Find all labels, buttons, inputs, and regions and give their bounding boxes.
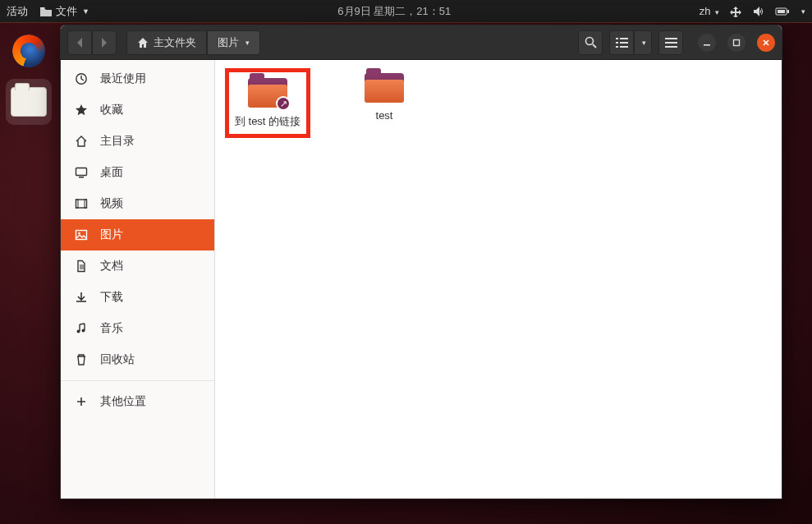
sidebar-item-documents[interactable]: 文档: [61, 251, 214, 282]
sidebar-item-recent[interactable]: 最近使用: [61, 63, 214, 94]
input-method-indicator[interactable]: zh ▾: [700, 5, 719, 17]
icon-view[interactable]: ↗ 到 test 的链接 test: [215, 60, 782, 499]
plus-icon: [74, 396, 89, 407]
activities-button[interactable]: 活动: [7, 4, 28, 19]
back-button[interactable]: [67, 30, 92, 55]
chevron-right-icon: [100, 37, 108, 48]
folder-icon: [39, 6, 53, 17]
hamburger-menu-button[interactable]: [658, 30, 683, 55]
files-icon: [11, 87, 47, 117]
headerbar: 主文件夹 图片 ▾ ▾: [61, 25, 782, 60]
top-panel: 活动 文件 ▼ 6月9日 星期二，21：51 zh ▾ ▾: [0, 0, 812, 23]
sidebar-item-label: 回收站: [100, 352, 135, 367]
home-icon: [74, 135, 89, 148]
firefox-icon: [12, 34, 45, 67]
dock-item-files[interactable]: [6, 79, 52, 125]
sidebar-item-home[interactable]: 主目录: [61, 126, 214, 157]
sidebar-item-desktop[interactable]: 桌面: [61, 157, 214, 188]
folder-link-icon: ↗: [248, 76, 287, 108]
path-bar: 主文件夹 图片 ▾: [126, 30, 260, 55]
video-icon: [74, 197, 89, 210]
dock: [0, 23, 57, 524]
places-sidebar: 最近使用 收藏 主目录 桌面 视频 图片: [61, 60, 215, 499]
file-item-folder[interactable]: test: [345, 71, 424, 122]
maximize-icon: [732, 39, 741, 47]
input-method-label: zh: [700, 5, 711, 17]
list-icon: [616, 37, 628, 48]
sidebar-item-label: 视频: [100, 196, 123, 211]
svg-rect-19: [76, 200, 87, 208]
svg-rect-11: [665, 38, 677, 39]
star-icon: [74, 103, 89, 117]
list-view-button[interactable]: [609, 30, 634, 55]
svg-rect-1: [787, 10, 789, 13]
sidebar-item-label: 收藏: [100, 103, 123, 117]
trash-icon: [74, 353, 89, 366]
clock[interactable]: 6月9日 星期二，21：51: [89, 4, 700, 19]
desktop-icon: [74, 166, 89, 179]
folder-icon: [365, 71, 404, 103]
app-menu[interactable]: 文件 ▼: [39, 4, 89, 19]
sidebar-item-music[interactable]: 音乐: [61, 313, 214, 344]
battery-icon[interactable]: [775, 7, 790, 16]
sidebar-item-pictures[interactable]: 图片: [61, 219, 214, 251]
sidebar-item-videos[interactable]: 视频: [61, 188, 214, 219]
file-item-link[interactable]: ↗ 到 test 的链接: [228, 71, 307, 135]
home-icon: [137, 37, 149, 48]
path-segment-current[interactable]: 图片 ▾: [207, 30, 260, 55]
path-home-label: 主文件夹: [154, 35, 196, 50]
maximize-button[interactable]: [727, 34, 745, 52]
forward-button[interactable]: [92, 30, 117, 55]
svg-rect-22: [76, 231, 87, 240]
sidebar-item-other-locations[interactable]: 其他位置: [61, 386, 214, 417]
close-button[interactable]: [757, 34, 775, 52]
chevron-down-icon: ▾: [801, 7, 805, 16]
svg-rect-12: [665, 42, 677, 44]
sidebar-item-label: 下载: [100, 290, 123, 305]
svg-point-25: [82, 329, 85, 333]
shortcut-badge-icon: ↗: [276, 96, 291, 111]
svg-rect-15: [734, 39, 740, 45]
sidebar-item-downloads[interactable]: 下载: [61, 282, 214, 313]
volume-icon[interactable]: [752, 6, 765, 17]
sidebar-item-starred[interactable]: 收藏: [61, 94, 214, 126]
nav-buttons: [67, 30, 117, 55]
svg-rect-5: [616, 38, 618, 39]
search-button[interactable]: [578, 30, 603, 55]
hamburger-icon: [665, 37, 677, 48]
chevron-down-icon: ▾: [715, 8, 719, 16]
svg-rect-7: [616, 42, 618, 44]
sidebar-item-trash[interactable]: 回收站: [61, 344, 214, 375]
search-icon: [585, 36, 597, 48]
svg-rect-6: [620, 38, 628, 39]
files-window: 主文件夹 图片 ▾ ▾: [60, 25, 782, 499]
minimize-button[interactable]: [698, 34, 716, 52]
svg-rect-8: [620, 42, 628, 44]
sidebar-item-label: 主目录: [100, 134, 135, 149]
svg-line-4: [593, 44, 596, 48]
svg-rect-2: [778, 10, 785, 13]
view-options-button[interactable]: ▾: [634, 30, 652, 55]
sidebar-item-label: 文档: [100, 259, 123, 273]
svg-rect-18: [79, 177, 84, 178]
chevron-down-icon: ▾: [245, 39, 250, 47]
svg-rect-10: [620, 46, 628, 48]
svg-rect-21: [85, 200, 87, 208]
sidebar-item-label: 最近使用: [100, 71, 146, 86]
chevron-down-icon: ▾: [642, 39, 646, 47]
file-label: 到 test 的链接: [235, 114, 300, 130]
svg-point-3: [585, 38, 593, 45]
documents-icon: [74, 260, 89, 273]
download-icon: [74, 291, 89, 304]
view-switcher: ▾: [609, 30, 652, 55]
svg-rect-20: [76, 200, 79, 208]
chevron-down-icon: ▼: [82, 7, 89, 16]
sidebar-item-label: 其他位置: [100, 394, 146, 409]
network-icon[interactable]: [729, 6, 742, 17]
chevron-left-icon: [76, 37, 84, 48]
sidebar-item-label: 图片: [100, 228, 123, 242]
file-label: test: [376, 109, 393, 122]
sidebar-item-label: 音乐: [100, 321, 123, 336]
path-segment-home[interactable]: 主文件夹: [126, 30, 207, 55]
dock-item-firefox[interactable]: [6, 28, 52, 74]
